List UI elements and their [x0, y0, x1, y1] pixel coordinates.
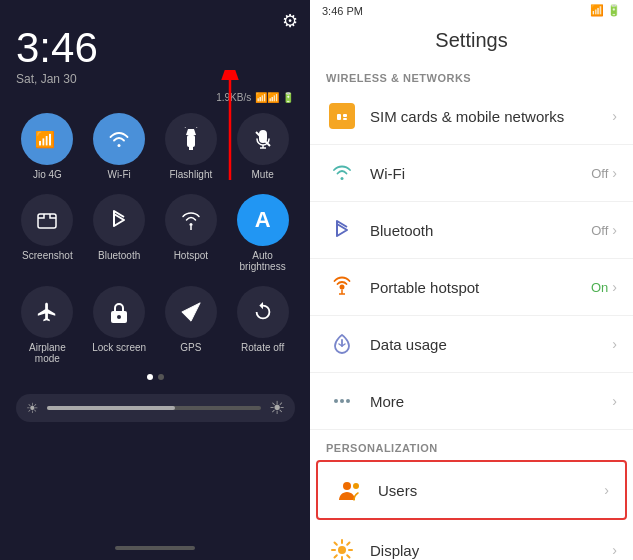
- brightness-fill: [47, 406, 175, 410]
- settings-item-wifi[interactable]: Wi-Fi Off ›: [310, 145, 633, 202]
- settings-item-more[interactable]: More ›: [310, 373, 633, 430]
- tile-rotate-icon: [237, 286, 289, 338]
- dot-2: [158, 374, 164, 380]
- settings-item-sim[interactable]: SIM cards & mobile networks ›: [310, 88, 633, 145]
- settings-item-users-label: Users: [378, 482, 604, 499]
- more-chevron-icon: ›: [612, 393, 617, 409]
- section-header-wireless: WIRELESS & NETWORKS: [310, 64, 633, 88]
- signal-speed: 1.9KB/s: [216, 92, 251, 103]
- tile-flashlight[interactable]: Flashlight: [159, 113, 223, 180]
- tile-bluetooth-icon: [93, 194, 145, 246]
- hotspot-chevron-icon: ›: [612, 279, 617, 295]
- svg-text:📶: 📶: [35, 130, 55, 149]
- sim-chevron-icon: ›: [612, 108, 617, 124]
- hotspot-status: On: [591, 280, 608, 295]
- data-usage-icon: [326, 328, 358, 360]
- settings-item-hotspot[interactable]: Portable hotspot On ›: [310, 259, 633, 316]
- tile-screenshot[interactable]: Screenshot: [16, 194, 80, 272]
- tile-jio-icon: 📶: [21, 113, 73, 165]
- page-dots: [147, 374, 164, 380]
- phone-signal-row: 1.9KB/s 📶📶 🔋: [0, 90, 310, 109]
- brightness-slider[interactable]: [47, 406, 261, 410]
- phone-panel: 3:46 ⚙ 3:46 Sat, Jan 30 1.9KB/s 📶📶 🔋 📶 J…: [0, 0, 310, 560]
- more-icon: [326, 385, 358, 417]
- settings-status-icons: 📶 🔋: [590, 4, 621, 17]
- settings-item-users[interactable]: Users ›: [316, 460, 627, 520]
- sun-dim-icon: ☀: [26, 400, 39, 416]
- svg-marker-2: [186, 129, 196, 135]
- svg-line-35: [347, 555, 349, 557]
- settings-item-more-right: ›: [612, 393, 617, 409]
- tile-auto-brightness-icon: A: [237, 194, 289, 246]
- tile-mute[interactable]: Mute: [231, 113, 295, 180]
- svg-point-13: [117, 315, 121, 319]
- tile-jio[interactable]: 📶 Jio 4G: [16, 113, 80, 180]
- data-chevron-icon: ›: [612, 336, 617, 352]
- tile-rotate-label: Rotate off: [241, 342, 284, 353]
- settings-item-display-right: ›: [612, 542, 617, 558]
- svg-point-24: [334, 399, 338, 403]
- tile-auto-brightness[interactable]: A Auto brightness: [231, 194, 295, 272]
- gear-icon[interactable]: ⚙: [282, 10, 298, 32]
- svg-line-37: [335, 555, 337, 557]
- signal-icons: 📶📶 🔋: [255, 92, 294, 103]
- tile-flashlight-icon: [165, 113, 217, 165]
- settings-panel: 3:46 PM 📶 🔋 Settings WIRELESS & NETWORKS…: [310, 0, 633, 560]
- settings-item-bluetooth-right: Off ›: [591, 222, 617, 238]
- tile-gps-label: GPS: [180, 342, 201, 353]
- tile-screenshot-label: Screenshot: [22, 250, 73, 261]
- tile-auto-brightness-label: Auto brightness: [231, 250, 295, 272]
- settings-item-wifi-right: Off ›: [591, 165, 617, 181]
- settings-item-hotspot-right: On ›: [591, 279, 617, 295]
- tile-lock-label: Lock screen: [92, 342, 146, 353]
- svg-marker-14: [182, 303, 200, 321]
- users-icon: [334, 474, 366, 506]
- users-chevron-icon: ›: [604, 482, 609, 498]
- svg-rect-20: [343, 118, 347, 120]
- svg-point-21: [340, 285, 345, 290]
- tile-lock-icon: [93, 286, 145, 338]
- wifi-status: Off: [591, 166, 608, 181]
- svg-line-34: [335, 543, 337, 545]
- quick-tiles-row2: Screenshot Bluetooth Hotspot: [16, 190, 295, 276]
- wifi-chevron-icon: ›: [612, 165, 617, 181]
- tile-bluetooth-label: Bluetooth: [98, 250, 140, 261]
- svg-point-28: [353, 483, 359, 489]
- tile-hotspot[interactable]: Hotspot: [159, 194, 223, 272]
- settings-item-bluetooth-label: Bluetooth: [370, 222, 591, 239]
- svg-rect-10: [38, 214, 56, 228]
- tile-lock[interactable]: Lock screen: [87, 286, 151, 364]
- bluetooth-icon: [326, 214, 358, 246]
- tile-gps[interactable]: GPS: [159, 286, 223, 364]
- svg-line-36: [347, 543, 349, 545]
- settings-item-display[interactable]: Display ›: [310, 522, 633, 560]
- brightness-bar[interactable]: ☀ ☀: [16, 394, 295, 422]
- phone-status-bar: 3:46: [0, 0, 310, 24]
- quick-tiles-row1: 📶 Jio 4G Wi-Fi: [16, 109, 295, 184]
- sim-icon: [326, 100, 358, 132]
- svg-point-26: [346, 399, 350, 403]
- tile-hotspot-label: Hotspot: [174, 250, 208, 261]
- hotspot-icon: [326, 271, 358, 303]
- settings-item-sim-label: SIM cards & mobile networks: [370, 108, 612, 125]
- phone-date: Sat, Jan 30: [0, 72, 310, 90]
- phone-home-bar: [115, 546, 195, 550]
- svg-rect-3: [189, 147, 193, 150]
- tile-wifi[interactable]: Wi-Fi: [87, 113, 151, 180]
- tile-mute-icon: [237, 113, 289, 165]
- svg-rect-19: [343, 114, 347, 117]
- tile-airplane[interactable]: Airplane mode: [16, 286, 80, 364]
- wifi-icon: [326, 157, 358, 189]
- settings-item-users-right: ›: [604, 482, 609, 498]
- tile-bluetooth[interactable]: Bluetooth: [87, 194, 151, 272]
- bluetooth-chevron-icon: ›: [612, 222, 617, 238]
- quick-tiles-row3: Airplane mode Lock screen GPS: [16, 282, 295, 368]
- tile-rotate[interactable]: Rotate off: [231, 286, 295, 364]
- settings-item-data-right: ›: [612, 336, 617, 352]
- settings-item-data[interactable]: Data usage ›: [310, 316, 633, 373]
- settings-item-hotspot-label: Portable hotspot: [370, 279, 591, 296]
- settings-item-bluetooth[interactable]: Bluetooth Off ›: [310, 202, 633, 259]
- tile-wifi-label: Wi-Fi: [107, 169, 130, 180]
- sun-bright-icon: ☀: [269, 397, 285, 419]
- display-icon: [326, 534, 358, 560]
